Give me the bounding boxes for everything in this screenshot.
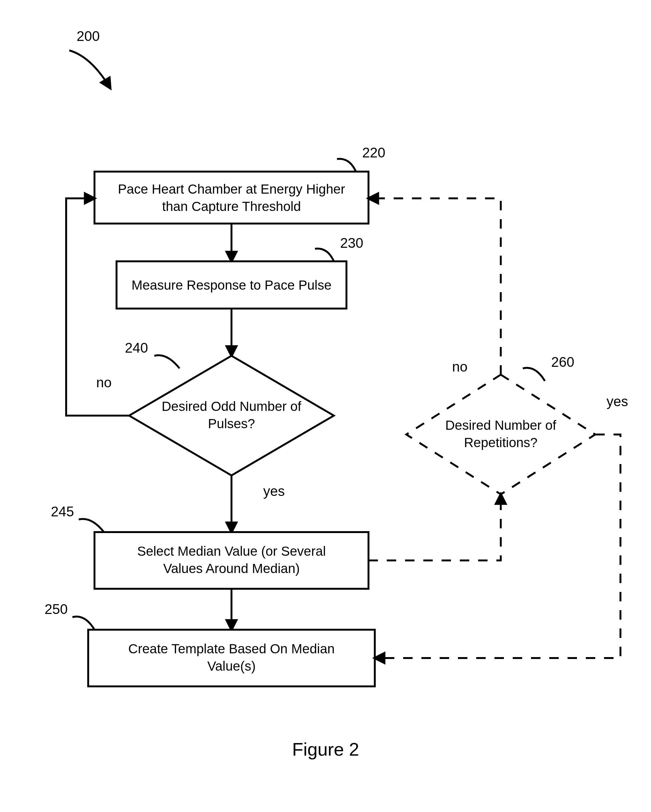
svg-rect-4 xyxy=(88,630,375,686)
node-245-ref: 245 xyxy=(51,504,74,519)
node-230-text: Measure Response to Pace Pulse xyxy=(131,278,331,293)
node-250-line1: Create Template Based On Median xyxy=(128,641,335,656)
node-260-line2: Repetitions? xyxy=(464,435,537,450)
edge-245-260 xyxy=(368,494,501,560)
node-220-line2: than Capture Threshold xyxy=(162,199,301,214)
node-220-leader xyxy=(337,159,356,172)
svg-marker-2 xyxy=(129,356,334,475)
edge-240-yes-label: yes xyxy=(263,483,285,499)
node-240: Desired Odd Number of Pulses? 240 xyxy=(125,340,334,475)
node-240-leader xyxy=(154,355,180,368)
node-260: Desired Number of Repetitions? 260 xyxy=(406,354,595,494)
node-245-leader xyxy=(79,519,104,532)
svg-rect-3 xyxy=(95,532,368,589)
edge-260-yes-label: yes xyxy=(607,394,628,409)
node-250: Create Template Based On Median Value(s)… xyxy=(45,601,375,686)
node-250-ref: 250 xyxy=(45,601,68,617)
node-245: Select Median Value (or Several Values A… xyxy=(51,504,368,589)
node-245-line2: Values Around Median) xyxy=(163,561,300,576)
figure-ref-text: 200 xyxy=(76,28,99,44)
node-220-line1: Pace Heart Chamber at Energy Higher xyxy=(118,182,345,197)
figure-caption: Figure 2 xyxy=(292,739,359,759)
node-220: Pace Heart Chamber at Energy Higher than… xyxy=(95,145,385,224)
node-250-leader xyxy=(72,617,95,630)
svg-rect-0 xyxy=(95,172,368,224)
svg-marker-5 xyxy=(406,375,595,494)
node-240-line1: Desired Odd Number of xyxy=(162,399,301,414)
node-240-ref: 240 xyxy=(125,340,148,356)
node-230-leader xyxy=(315,249,334,262)
node-260-line1: Desired Number of xyxy=(445,418,556,433)
edge-260-no xyxy=(368,198,501,375)
node-250-line2: Value(s) xyxy=(207,659,255,673)
figure-ref-label: 200 xyxy=(69,28,110,88)
node-240-line2: Pulses? xyxy=(208,416,255,431)
node-230-ref: 230 xyxy=(340,235,363,250)
node-260-ref: 260 xyxy=(551,354,574,369)
node-230: Measure Response to Pace Pulse 230 xyxy=(116,235,363,308)
node-260-leader xyxy=(523,368,545,381)
node-220-ref: 220 xyxy=(362,145,385,160)
edge-260-no-label: no xyxy=(452,359,468,374)
node-245-line1: Select Median Value (or Several xyxy=(137,544,326,559)
flowchart-canvas: 200 Pace Heart Chamber at Energy Higher … xyxy=(0,0,651,812)
edge-240-no-label: no xyxy=(96,375,112,390)
figure-ref-arrow xyxy=(69,50,110,88)
